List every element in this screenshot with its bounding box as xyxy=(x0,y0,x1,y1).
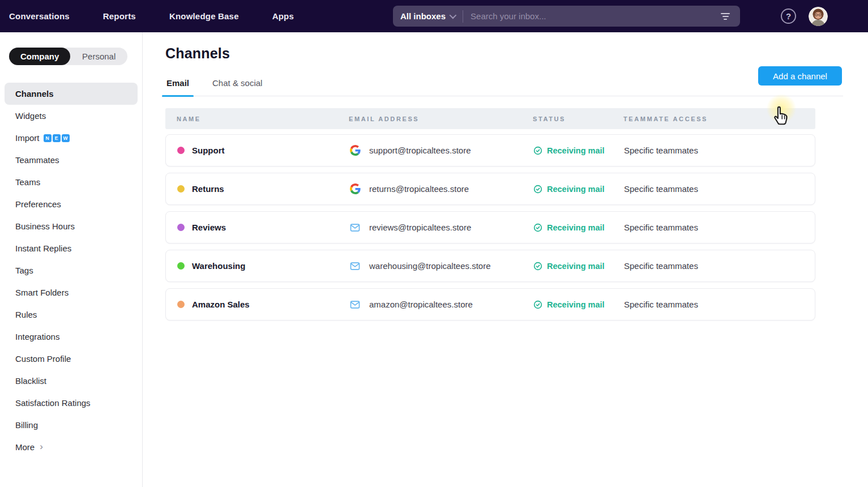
settings-sidebar: Company Personal ChannelsWidgetsImportNE… xyxy=(0,32,143,487)
sidebar-item-billing[interactable]: Billing xyxy=(5,414,138,436)
sidebar-item-label: Rules xyxy=(15,310,37,319)
sidebar-item-label: Smart Folders xyxy=(15,288,69,297)
sidebar-item-label: Import xyxy=(15,133,40,143)
check-circle-icon xyxy=(533,300,542,309)
email-address: warehousing@tropicaltees.store xyxy=(369,261,491,271)
column-header-email-address: Email address xyxy=(349,116,533,122)
tab-email[interactable]: Email xyxy=(165,78,190,96)
email-address: returns@tropicaltees.store xyxy=(369,184,469,194)
sidebar-item-teammates[interactable]: Teammates xyxy=(5,149,138,171)
status-label: Receiving mail xyxy=(547,146,605,155)
add-channel-button[interactable]: Add a channel xyxy=(758,66,842,86)
table-header-row: NameEmail addressStatusTeammate access xyxy=(165,108,815,129)
help-button[interactable]: ? xyxy=(781,8,796,24)
toggle-personal[interactable]: Personal xyxy=(70,48,127,65)
filter-icon[interactable] xyxy=(719,11,732,22)
table-row[interactable]: Support support@tropicaltees.store xyxy=(165,134,815,166)
main-content: Channels EmailChat & social Add a channe… xyxy=(143,32,868,487)
teammate-access: Specific teammates xyxy=(624,261,815,271)
chevron-down-icon xyxy=(450,12,457,19)
status-label: Receiving mail xyxy=(547,300,605,309)
sidebar-nav: ChannelsWidgetsImportNEWTeammatesTeamsPr… xyxy=(5,83,138,458)
email-cell: amazon@tropicaltees.store xyxy=(349,299,533,310)
sidebar-item-import[interactable]: ImportNEW xyxy=(5,127,138,149)
teammate-access: Specific teammates xyxy=(624,146,815,155)
search-input[interactable] xyxy=(471,11,719,21)
sidebar-item-tags[interactable]: Tags xyxy=(5,259,138,281)
sidebar-item-instant-replies[interactable]: Instant Replies xyxy=(5,237,138,259)
mail-icon xyxy=(349,299,361,310)
email-cell: support@tropicaltees.store xyxy=(349,145,533,156)
toggle-company[interactable]: Company xyxy=(9,48,70,65)
sidebar-item-blacklist[interactable]: Blacklist xyxy=(5,370,138,392)
help-icon: ? xyxy=(786,11,791,21)
tab-chat-social[interactable]: Chat & social xyxy=(211,78,263,96)
status-cell: Receiving mail xyxy=(533,146,624,155)
table-row[interactable]: Reviews reviews@tropicaltees.store xyxy=(165,211,815,244)
check-circle-icon xyxy=(533,185,542,194)
sidebar-item-label: Channels xyxy=(15,89,54,99)
teammate-access: Specific teammates xyxy=(624,184,815,194)
sidebar-item-label: Widgets xyxy=(15,111,46,121)
table-row[interactable]: Warehousing warehousing@tropicaltees.sto… xyxy=(165,250,815,282)
email-address: amazon@tropicaltees.store xyxy=(369,300,473,309)
mail-icon xyxy=(349,222,361,233)
channel-color-dot xyxy=(177,185,185,193)
sidebar-item-satisfaction-ratings[interactable]: Satisfaction Ratings xyxy=(5,392,138,414)
channel-name: Amazon Sales xyxy=(192,300,250,309)
sidebar-item-channels[interactable]: Channels xyxy=(5,83,138,105)
sidebar-item-custom-profile[interactable]: Custom Profile xyxy=(5,348,138,370)
sidebar-item-label: Teammates xyxy=(15,155,59,165)
topbar: ConversationsReportsKnowledge BaseApps A… xyxy=(0,0,868,32)
sidebar-item-label: Integrations xyxy=(15,332,59,341)
user-avatar[interactable] xyxy=(809,7,828,26)
nav-item-conversations[interactable]: Conversations xyxy=(9,11,70,21)
sidebar-item-rules[interactable]: Rules xyxy=(5,304,138,326)
check-circle-icon xyxy=(533,146,542,155)
nav-item-apps[interactable]: Apps xyxy=(272,11,294,21)
sidebar-item-label: Satisfaction Ratings xyxy=(15,398,91,408)
sidebar-item-label: Teams xyxy=(15,177,40,187)
table-row[interactable]: Returns returns@tropicaltees.store xyxy=(165,173,815,205)
sidebar-item-widgets[interactable]: Widgets xyxy=(5,105,138,127)
nav-item-knowledge-base[interactable]: Knowledge Base xyxy=(169,11,239,21)
search-divider xyxy=(463,10,463,23)
channel-name-cell: Amazon Sales xyxy=(177,300,349,309)
table-body: Support support@tropicaltees.store xyxy=(165,134,815,321)
channels-table: NameEmail addressStatusTeammate access S… xyxy=(165,108,815,321)
inbox-selector-label: All inboxes xyxy=(400,11,446,21)
email-cell: warehousing@tropicaltees.store xyxy=(349,260,533,272)
channel-color-dot xyxy=(177,224,185,231)
new-badge: NEW xyxy=(44,134,70,142)
sidebar-item-teams[interactable]: Teams xyxy=(5,171,138,193)
channel-name: Warehousing xyxy=(192,261,245,271)
sidebar-item-integrations[interactable]: Integrations xyxy=(5,326,138,348)
sidebar-item-preferences[interactable]: Preferences xyxy=(5,193,138,215)
sidebar-item-smart-folders[interactable]: Smart Folders xyxy=(5,281,138,304)
sidebar-item-label: Preferences xyxy=(15,199,61,209)
sidebar-item-label: Business Hours xyxy=(15,221,75,231)
sidebar-item-label: Billing xyxy=(15,420,38,430)
channel-color-dot xyxy=(177,301,185,308)
status-label: Receiving mail xyxy=(547,262,605,271)
channel-name: Support xyxy=(192,146,225,155)
status-label: Receiving mail xyxy=(547,223,605,232)
channel-color-dot xyxy=(177,262,185,270)
column-header-name: Name xyxy=(177,116,349,122)
sidebar-item-business-hours[interactable]: Business Hours xyxy=(5,215,138,237)
teammate-access: Specific teammates xyxy=(624,300,815,309)
sidebar-item-label: Instant Replies xyxy=(15,244,71,253)
chevron-right-icon: › xyxy=(40,442,43,451)
sidebar-item-more[interactable]: More› xyxy=(5,436,138,458)
channel-color-dot xyxy=(177,147,185,154)
status-cell: Receiving mail xyxy=(533,223,624,232)
check-circle-icon xyxy=(533,223,542,232)
inbox-selector-dropdown[interactable]: All inboxes xyxy=(400,11,455,21)
email-address: reviews@tropicaltees.store xyxy=(369,223,471,232)
avatar-image xyxy=(809,7,828,26)
column-header-status: Status xyxy=(533,116,623,122)
nav-item-reports[interactable]: Reports xyxy=(103,11,136,21)
table-row[interactable]: Amazon Sales amazon@tropicaltees.store xyxy=(165,288,815,321)
sidebar-item-label: Custom Profile xyxy=(15,354,71,364)
status-label: Receiving mail xyxy=(547,185,605,194)
